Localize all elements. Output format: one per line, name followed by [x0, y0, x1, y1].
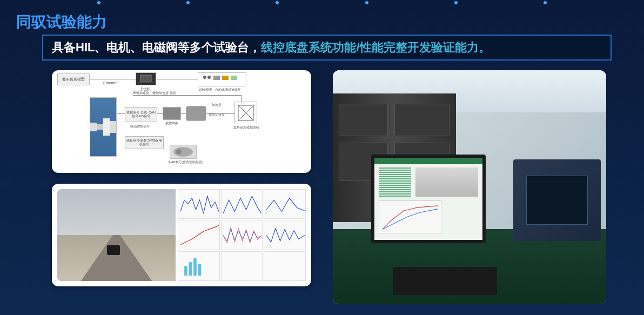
svg-rect-15: [198, 264, 201, 276]
svg-rect-0: [140, 75, 151, 82]
rig-icon: [234, 102, 257, 124]
test-equipment: [513, 159, 601, 242]
diagram-accel-label: 加速度: [212, 103, 222, 108]
diagram-connector: [157, 113, 163, 114]
svg-rect-5: [222, 76, 229, 80]
decorative-dots: [0, 0, 644, 5]
lab-photo: [333, 70, 606, 304]
diagram-ecu-label: 被控对象: [165, 121, 178, 126]
mini-chart: [178, 220, 220, 250]
diagram-connector: [241, 95, 242, 103]
diagram-drivectl-label: 驱动控制信号: [130, 124, 150, 129]
mini-chart: [178, 251, 220, 281]
mini-chart: [221, 251, 263, 281]
mini-chart: [221, 189, 263, 219]
controller-icon: [163, 107, 181, 120]
ehb-unit-icon: [170, 145, 197, 159]
vehicle-icon: [107, 245, 120, 255]
svg-rect-12: [184, 266, 187, 276]
svg-rect-4: [213, 76, 220, 80]
motor-icon: [186, 106, 206, 121]
diagram-pedal-signals: 踏板信号(参数力控制) 电机信号: [125, 136, 164, 149]
page-title: 同驭试验能力: [16, 12, 107, 32]
diagram-dynsys-label: 车身动态模拟系统: [233, 125, 259, 130]
svg-rect-13: [189, 262, 192, 276]
mini-chart: [178, 189, 220, 219]
analysis-charts-grid: [178, 189, 306, 281]
svg-point-2: [203, 76, 206, 79]
subtitle-part1: 具备HIL、电机、电磁阀等多个试验台，: [52, 39, 261, 56]
road-simulation-view: [57, 189, 176, 281]
svg-rect-14: [193, 258, 197, 276]
diagram-connector: [181, 113, 186, 114]
diagram-software-icons: [198, 72, 246, 86]
keyboard-icon: [393, 267, 497, 295]
diagram-connector: [90, 79, 136, 79]
diagram-connector: [117, 113, 125, 114]
diagram-analog-signals: 模拟信号 总线: CAN信号 I/O信号: [125, 107, 157, 122]
rack-icon: [90, 97, 117, 157]
simulation-panel: [52, 184, 311, 286]
svg-rect-6: [231, 76, 237, 80]
diagram-ethernet-label: Ethernet: [103, 81, 117, 85]
svg-rect-1: [139, 82, 153, 83]
diagram-signal-info: 车辆加速度、俯仰加速度 信息: [133, 91, 176, 96]
mini-chart: [264, 220, 306, 250]
mini-chart: [264, 251, 306, 281]
subtitle-part2: 线控底盘系统功能/性能完整开发验证能力。: [261, 39, 490, 56]
system-diagram-panel: 整车仿真模型 Ethernet 上位机 试验管理、自动化测试等软件 车辆加速度、…: [52, 70, 311, 173]
diagram-connector: [206, 113, 234, 114]
left-column: 整车仿真模型 Ethernet 上位机 试验管理、自动化测试等软件 车辆加速度、…: [52, 70, 311, 304]
diagram-testmgr-label: 试验管理、自动化测试等软件: [199, 88, 241, 92]
diagram-connector: [157, 79, 198, 79]
mini-chart: [264, 189, 306, 219]
diagram-realtime-model: 整车仿真模型: [57, 73, 90, 85]
mini-chart: [221, 220, 263, 250]
laptop-icon: [136, 72, 156, 85]
content-area: 整车仿真模型 Ethernet 上位机 试验管理、自动化测试等软件 车辆加速度、…: [52, 70, 606, 304]
lab-monitor: [371, 155, 486, 244]
svg-point-11: [176, 149, 182, 155]
subtitle-banner: 具备HIL、电机、电磁阀等多个试验台， 线控底盘系统功能/性能完整开发验证能力。: [42, 35, 612, 61]
diagram-ehb-label: EHB单元(含真空助推器): [169, 160, 203, 165]
svg-point-3: [207, 76, 211, 79]
